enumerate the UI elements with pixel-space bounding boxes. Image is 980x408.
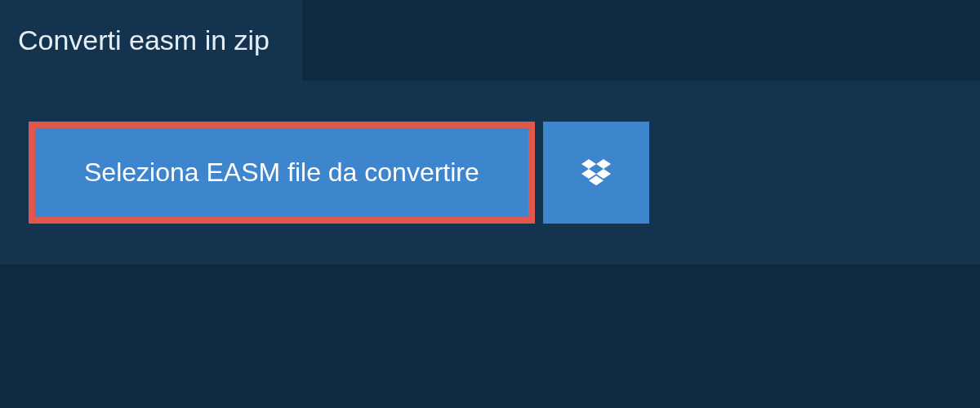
dropbox-icon	[581, 157, 611, 189]
upload-panel: Seleziona EASM file da convertire	[0, 81, 980, 264]
tab-title: Converti easm in zip	[18, 24, 270, 55]
button-row: Seleziona EASM file da convertire	[29, 122, 951, 224]
select-file-label: Seleziona EASM file da convertire	[84, 157, 479, 188]
tab-convert[interactable]: Converti easm in zip	[0, 0, 302, 81]
select-file-button[interactable]: Seleziona EASM file da convertire	[29, 122, 535, 224]
dropbox-button[interactable]	[543, 122, 649, 224]
